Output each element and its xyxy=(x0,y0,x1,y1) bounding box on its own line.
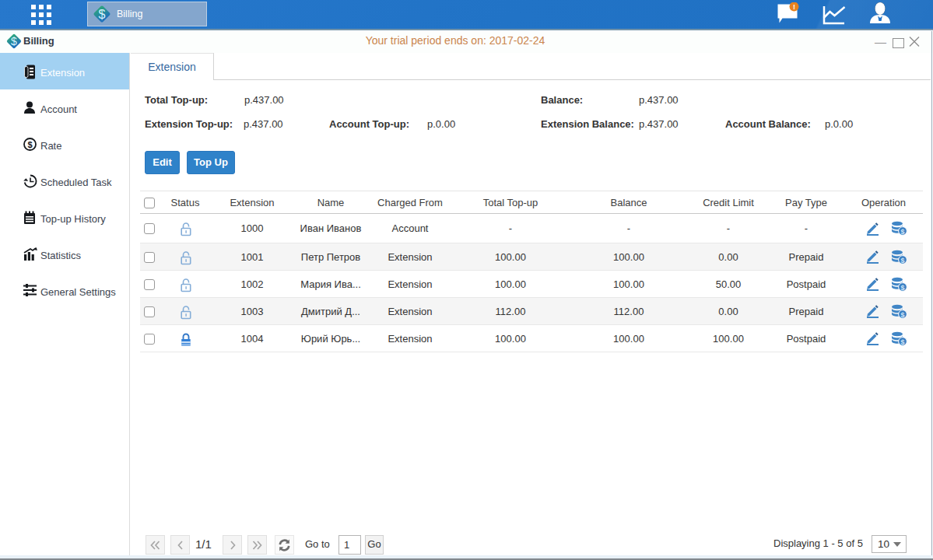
svg-text:$: $ xyxy=(900,228,904,236)
svg-text:$: $ xyxy=(900,283,904,291)
svg-text:$: $ xyxy=(27,140,32,149)
svg-text:!: ! xyxy=(793,3,795,11)
svg-text:$: $ xyxy=(11,35,17,47)
svg-text:$: $ xyxy=(900,338,904,345)
svg-text:$: $ xyxy=(900,310,904,318)
svg-text:$: $ xyxy=(99,8,106,21)
svg-text:$: $ xyxy=(900,256,904,264)
